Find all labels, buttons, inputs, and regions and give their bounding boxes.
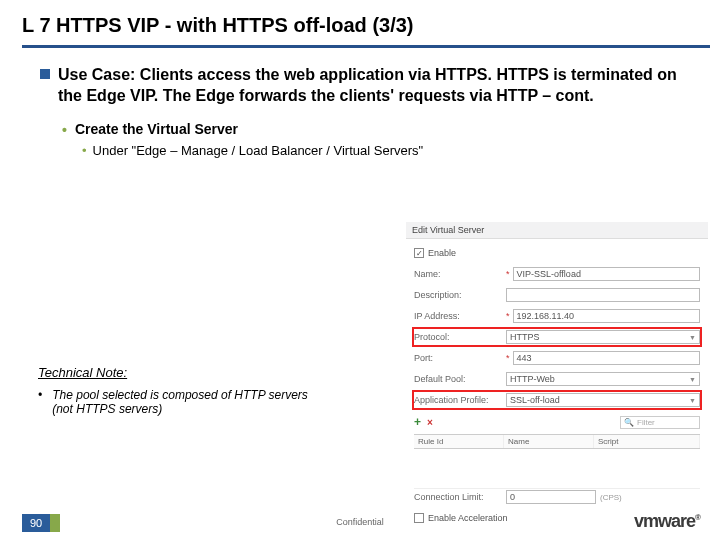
port-input[interactable]: 443	[513, 351, 700, 365]
protocol-select[interactable]: HTTPS ▼	[506, 330, 700, 344]
conn-limit-input[interactable]: 0	[506, 490, 596, 504]
square-bullet-icon	[40, 69, 50, 79]
pool-value: HTTP-Web	[510, 374, 555, 384]
port-label: Port:	[414, 353, 506, 363]
pool-row: Default Pool: HTTP-Web ▼	[414, 371, 700, 387]
dialog-title: Edit Virtual Server	[406, 222, 708, 239]
chevron-down-icon: ▼	[689, 397, 696, 404]
protocol-row: Protocol: HTTPS ▼	[414, 329, 700, 345]
technical-note-heading: Technical Note:	[38, 365, 127, 380]
sub-bullet-2: • Under "Edge – Manage / Load Balancer /…	[82, 143, 692, 158]
enable-checkbox[interactable]: ✓	[414, 248, 424, 258]
search-icon: 🔍	[624, 418, 634, 427]
remove-icon[interactable]: ×	[427, 417, 433, 428]
port-row: Port: * 443	[414, 350, 700, 366]
filter-input[interactable]: 🔍 Filter	[620, 416, 700, 429]
name-label: Name:	[414, 269, 506, 279]
dot-bullet-icon: •	[38, 388, 42, 416]
sub-bullet-1: • Create the Virtual Server	[62, 121, 692, 137]
technical-note-text: The pool selected is composed of HTTP se…	[52, 388, 318, 416]
chevron-down-icon: ▼	[689, 334, 696, 341]
name-input[interactable]: VIP-SSL-offload	[513, 267, 700, 281]
chevron-down-icon: ▼	[689, 376, 696, 383]
title-underline	[22, 45, 710, 48]
filter-placeholder: Filter	[637, 418, 655, 427]
vmware-logo: vmware®	[634, 511, 700, 532]
rules-grid-body	[414, 449, 700, 489]
description-input[interactable]	[506, 288, 700, 302]
pool-select[interactable]: HTTP-Web ▼	[506, 372, 700, 386]
enable-row: ✓ Enable	[414, 245, 700, 261]
edit-virtual-server-dialog: Edit Virtual Server ✓ Enable Name: * VIP…	[406, 222, 708, 537]
sub2-text: Under "Edge – Manage / Load Balancer / V…	[93, 143, 424, 158]
content-area: Use Case: Clients access the web applica…	[0, 45, 720, 158]
add-icon[interactable]: +	[414, 415, 421, 429]
app-profile-value: SSL-off-load	[510, 395, 560, 405]
rules-grid-header: Rule Id Name Script	[414, 434, 700, 449]
ip-input[interactable]: 192.168.11.40	[513, 309, 700, 323]
required-icon: *	[506, 353, 510, 363]
grid-col-script: Script	[594, 435, 700, 448]
pool-label: Default Pool:	[414, 374, 506, 384]
confidential-label: Confidential	[0, 517, 720, 527]
technical-note-body: • The pool selected is composed of HTTP …	[38, 388, 318, 416]
protocol-value: HTTPS	[510, 332, 540, 342]
app-profile-select[interactable]: SSL-off-load ▼	[506, 393, 700, 407]
required-icon: *	[506, 269, 510, 279]
slide-title: L 7 HTTPS VIP - with HTTPS off-load (3/3…	[0, 0, 720, 45]
required-icon: *	[506, 311, 510, 321]
dot-bullet-icon: •	[62, 123, 67, 137]
slide-footer: 90 Confidential vmware®	[0, 510, 720, 540]
sub1-text: Create the Virtual Server	[75, 121, 238, 137]
description-label: Description:	[414, 290, 506, 300]
enable-label: Enable	[428, 248, 456, 258]
app-profile-label: Application Profile:	[414, 395, 506, 405]
use-case-text: Use Case: Clients access the web applica…	[58, 65, 692, 107]
grid-col-ruleid: Rule Id	[414, 435, 504, 448]
ip-label: IP Address:	[414, 311, 506, 321]
description-row: Description:	[414, 287, 700, 303]
app-profile-row: Application Profile: SSL-off-load ▼	[414, 392, 700, 408]
name-row: Name: * VIP-SSL-offload	[414, 266, 700, 282]
ip-row: IP Address: * 192.168.11.40	[414, 308, 700, 324]
cps-suffix: (CPS)	[600, 493, 622, 502]
conn-limit-label: Connection Limit:	[414, 492, 506, 502]
dot-bullet-icon: •	[82, 143, 87, 158]
protocol-label: Protocol:	[414, 332, 506, 342]
rules-toolbar: + × 🔍 Filter	[414, 414, 700, 430]
conn-limit-row: Connection Limit: 0 (CPS)	[414, 489, 700, 505]
grid-col-name: Name	[504, 435, 594, 448]
use-case-row: Use Case: Clients access the web applica…	[40, 65, 692, 107]
